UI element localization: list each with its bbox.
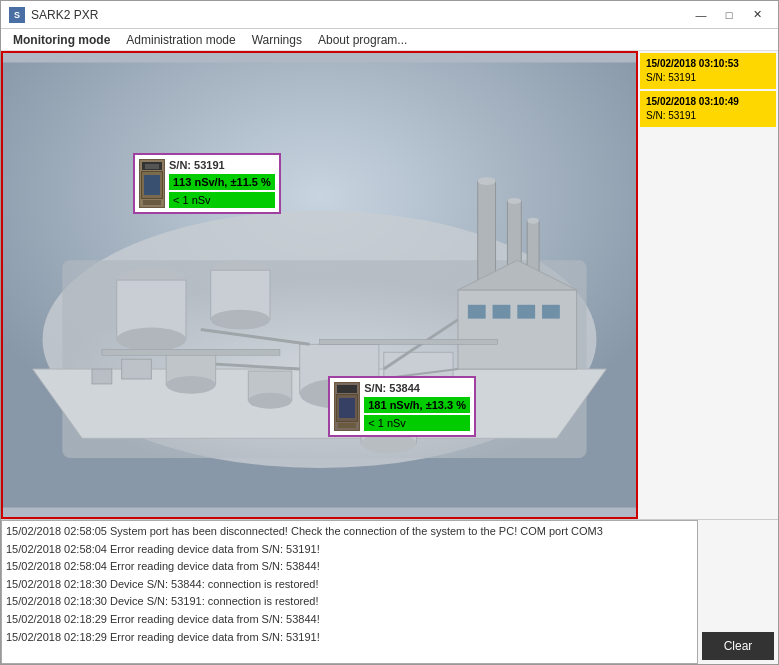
bottom-area: 15/02/2018 02:58:05 System port has been… [1, 519, 778, 664]
map-area: S/N: 53191 113 nSv/h, ±11.5 % < 1 nSv [1, 51, 638, 519]
svg-rect-20 [517, 305, 535, 319]
device-2-serial: S/N: 53844 [364, 382, 470, 394]
maximize-button[interactable]: □ [716, 5, 742, 25]
log-area[interactable]: 15/02/2018 02:58:05 System port has been… [1, 520, 698, 664]
svg-rect-42 [92, 369, 112, 384]
alert-card-2: 15/02/2018 03:10:49 S/N: 53191 [640, 91, 776, 127]
device-2-value: 181 nSv/h, ±13.3 % [364, 397, 470, 413]
svg-point-13 [507, 198, 521, 204]
svg-rect-21 [542, 305, 560, 319]
device-popup-2: S/N: 53844 181 nSv/h, ±13.3 % < 1 nSv [328, 376, 476, 437]
clear-button[interactable]: Clear [702, 632, 774, 660]
log-entry: 15/02/2018 02:18:29 Error reading device… [6, 611, 693, 629]
app-icon: S [9, 7, 25, 23]
window-title: SARK2 PXR [31, 8, 98, 22]
svg-rect-38 [102, 349, 280, 355]
clear-button-area: Clear [698, 520, 778, 664]
svg-point-6 [117, 328, 186, 352]
title-bar: S SARK2 PXR — □ ✕ [1, 1, 778, 29]
svg-rect-16 [458, 290, 577, 369]
title-bar-left: S SARK2 PXR [9, 7, 98, 23]
device-2-dose: < 1 nSv [364, 415, 470, 431]
device-icon-1 [139, 159, 165, 208]
device-1-info: S/N: 53191 113 nSv/h, ±11.5 % < 1 nSv [169, 159, 275, 208]
log-entry: 15/02/2018 02:58:04 Error reading device… [6, 558, 693, 576]
device-1-value: 113 nSv/h, ±11.5 % [169, 174, 275, 190]
svg-rect-19 [493, 305, 511, 319]
device-popup-1: S/N: 53191 113 nSv/h, ±11.5 % < 1 nSv [133, 153, 281, 214]
minimize-button[interactable]: — [688, 5, 714, 25]
log-entry: 15/02/2018 02:58:04 Error reading device… [6, 541, 693, 559]
svg-rect-39 [320, 339, 498, 344]
menu-about[interactable]: About program... [310, 29, 415, 50]
menu-bar: Monitoring mode Administration mode Warn… [1, 29, 778, 51]
menu-monitoring[interactable]: Monitoring mode [5, 29, 118, 50]
log-entry: 15/02/2018 02:18:29 Error reading device… [6, 629, 693, 647]
close-button[interactable]: ✕ [744, 5, 770, 25]
main-content: S/N: 53191 113 nSv/h, ±11.5 % < 1 nSv [1, 51, 778, 519]
alert-1-serial: S/N: 53191 [646, 71, 770, 85]
device-icon-2 [334, 382, 360, 431]
svg-point-9 [211, 310, 270, 330]
svg-point-30 [248, 393, 292, 409]
device-1-serial: S/N: 53191 [169, 159, 275, 171]
svg-point-15 [527, 218, 539, 224]
main-window: S SARK2 PXR — □ ✕ Monitoring mode Admini… [0, 0, 779, 665]
menu-administration[interactable]: Administration mode [118, 29, 243, 50]
svg-point-11 [478, 177, 496, 185]
svg-rect-18 [468, 305, 486, 319]
svg-rect-40 [122, 359, 152, 379]
svg-point-33 [166, 376, 215, 394]
right-sidebar: 15/02/2018 03:10:53 S/N: 53191 15/02/201… [638, 51, 778, 519]
alert-1-datetime: 15/02/2018 03:10:53 [646, 57, 770, 71]
menu-warnings[interactable]: Warnings [244, 29, 310, 50]
device-1-dose: < 1 nSv [169, 192, 275, 208]
log-entry: 15/02/2018 02:58:05 System port has been… [6, 523, 693, 541]
device-2-info: S/N: 53844 181 nSv/h, ±13.3 % < 1 nSv [364, 382, 470, 431]
alert-2-datetime: 15/02/2018 03:10:49 [646, 95, 770, 109]
alert-2-serial: S/N: 53191 [646, 109, 770, 123]
alert-card-1: 15/02/2018 03:10:53 S/N: 53191 [640, 53, 776, 89]
log-entry: 15/02/2018 02:18:30 Device S/N: 53844: c… [6, 576, 693, 594]
title-bar-controls: — □ ✕ [688, 5, 770, 25]
log-entry: 15/02/2018 02:18:30 Device S/N: 53191: c… [6, 593, 693, 611]
